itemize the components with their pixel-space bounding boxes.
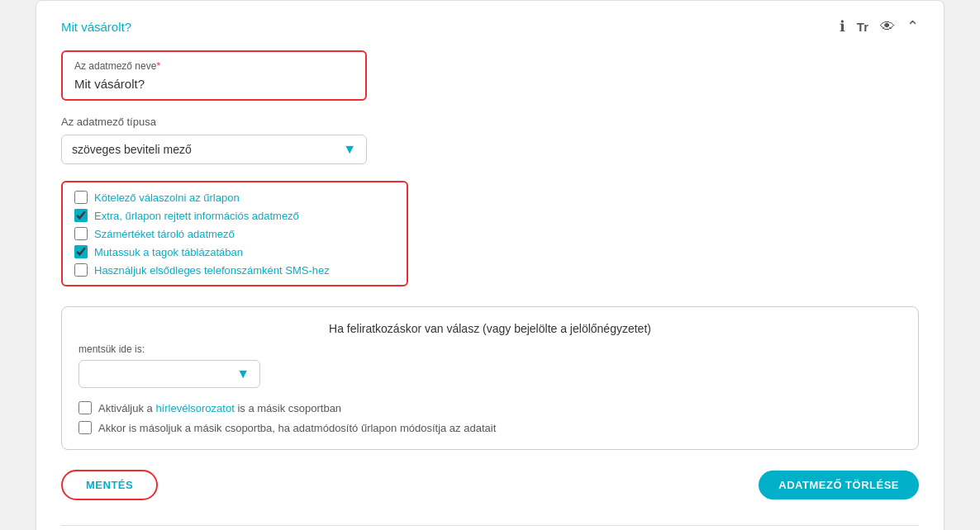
info-box-sublabel: mentsük ide is: <box>78 343 902 355</box>
field-type-label: Az adatmező típusa <box>61 116 919 128</box>
checkbox-extra-label[interactable]: Extra, űrlapon rejtett információs adatm… <box>94 210 299 222</box>
checkbox-row-4: Mutassuk a tagok táblázatában <box>74 245 395 258</box>
save-row: MENTÉS ADATMEZŐ TÖRLÉSE <box>61 470 919 500</box>
field-type-value: szöveges beviteli mező <box>72 143 192 156</box>
checkbox-show-table-label[interactable]: Mutassuk a tagok táblázatában <box>94 246 243 258</box>
info-checkbox-copy-label[interactable]: Akkor is másoljuk a másik csoportba, ha … <box>98 422 496 434</box>
info-dropdown-arrow-icon: ▼ <box>236 367 250 381</box>
checkbox-row-5: Használjuk elsődleges telefonszámként SM… <box>74 263 395 277</box>
checkbox-row-1: Kötelező válaszolni az űrlapon <box>74 191 395 204</box>
bottom-buttons: MENTÉS ÚJ ADATMEZŐ LÉTREHOZÁSA <box>61 525 919 530</box>
checkbox-sms-label[interactable]: Használjuk elsődleges telefonszámként SM… <box>94 264 330 277</box>
checkbox-required[interactable] <box>74 191 88 204</box>
checkbox-number[interactable] <box>74 227 88 240</box>
header-row: Mit vásárolt? ℹ Tr 👁 ⌃ <box>61 17 919 35</box>
tr-icon[interactable]: Tr <box>857 20 868 34</box>
info-checkbox-row-1: Aktiváljuk a hírlevélsorozatot is a mási… <box>78 401 902 414</box>
delete-field-button[interactable]: ADATMEZŐ TÖRLÉSE <box>759 471 919 499</box>
info-box: Ha feliratkozáskor van válasz (vagy beje… <box>61 306 919 450</box>
eye-icon[interactable]: 👁 <box>880 18 895 35</box>
main-container: Mit vásárolt? ℹ Tr 👁 ⌃ Az adatmező neve*… <box>36 0 944 530</box>
type-dropdown-arrow-icon: ▼ <box>343 142 356 157</box>
checkbox-row-2: Extra, űrlapon rejtett információs adatm… <box>74 209 395 222</box>
checkbox-number-label[interactable]: Számértéket tároló adatmező <box>94 228 235 240</box>
header-title: Mit vásárolt? <box>61 20 131 34</box>
checkbox-row-3: Számértéket tároló adatmező <box>74 227 395 240</box>
save-button-red[interactable]: MENTÉS <box>61 470 158 500</box>
info-box-select[interactable]: ▼ <box>78 360 260 388</box>
info-checkbox-copy[interactable] <box>78 421 92 434</box>
checkbox-extra[interactable] <box>74 209 88 222</box>
info-checkbox-newsletter[interactable] <box>78 401 92 414</box>
header-icons: ℹ Tr 👁 ⌃ <box>840 17 919 35</box>
field-name-box: Az adatmező neve* Mit vásárolt? <box>61 50 367 101</box>
checkboxes-section: Kötelező válaszolni az űrlapon Extra, űr… <box>61 181 408 286</box>
field-name-value: Mit vásárolt? <box>74 77 354 91</box>
info-icon[interactable]: ℹ <box>840 17 845 35</box>
field-name-label: Az adatmező neve* <box>74 60 354 72</box>
info-checkbox-row-2: Akkor is másoljuk a másik csoportba, ha … <box>78 421 902 434</box>
checkbox-required-label[interactable]: Kötelező válaszolni az űrlapon <box>94 192 240 204</box>
info-checkbox-newsletter-label[interactable]: Aktiváljuk a hírlevélsorozatot is a mási… <box>98 402 341 414</box>
info-box-title: Ha feliratkozáskor van válasz (vagy beje… <box>78 322 902 335</box>
checkbox-sms[interactable] <box>74 263 88 277</box>
checkbox-show-table[interactable] <box>74 245 88 258</box>
field-type-select[interactable]: szöveges beviteli mező ▼ <box>61 135 367 164</box>
chevron-up-icon[interactable]: ⌃ <box>906 17 919 35</box>
